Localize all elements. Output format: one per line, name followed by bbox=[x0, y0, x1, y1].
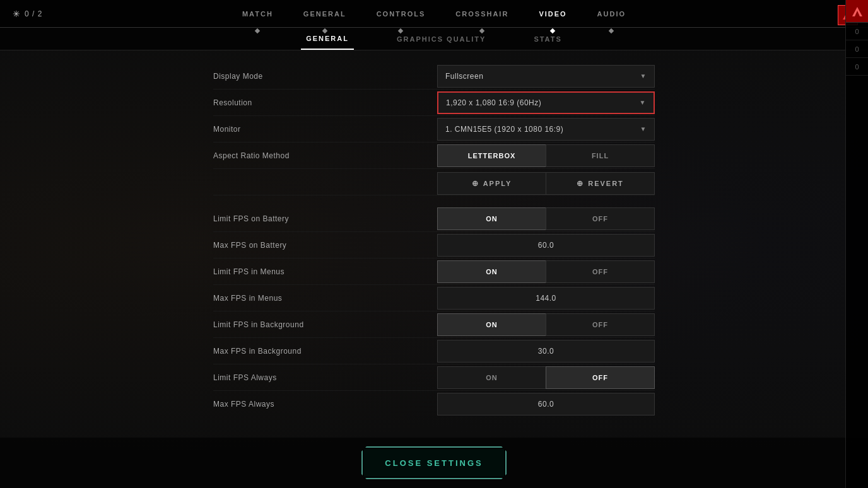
letterbox-button[interactable]: Letterbox bbox=[437, 144, 546, 167]
limit-fps-menus-off[interactable]: Off bbox=[546, 260, 655, 283]
apply-icon: ⊕ bbox=[472, 179, 479, 188]
subtab-stats[interactable]: STATS bbox=[529, 28, 566, 50]
max-fps-menus-control: 144.0 bbox=[437, 287, 655, 310]
limit-fps-battery-label: Limit FPS on Battery bbox=[213, 209, 437, 228]
max-fps-background-value[interactable]: 30.0 bbox=[437, 340, 655, 363]
top-nav: ✳ 0 / 2 MATCH GENERAL CONTROLS CROSSHAIR… bbox=[0, 0, 868, 28]
max-fps-always-row: Max FPS Always 60.0 bbox=[213, 391, 655, 417]
tab-general[interactable]: GENERAL bbox=[288, 0, 361, 28]
aspect-ratio-row: Aspect Ratio Method Letterbox Fill bbox=[213, 142, 655, 169]
dropdown-arrow-icon: ▼ bbox=[640, 125, 647, 132]
tab-video[interactable]: VIDEO bbox=[524, 0, 582, 28]
max-fps-background-row: Max FPS in Background 30.0 bbox=[213, 338, 655, 364]
max-fps-always-label: Max FPS Always bbox=[213, 395, 437, 414]
resolution-control: 1,920 x 1,080 16:9 (60Hz) ▼ bbox=[437, 91, 655, 114]
sub-nav: GENERAL GRAPHICS QUALITY STATS bbox=[0, 28, 868, 50]
tab-controls[interactable]: CONTROLS bbox=[361, 0, 441, 28]
revert-icon: ⊕ bbox=[577, 179, 584, 188]
agent-portrait[interactable] bbox=[846, 0, 869, 23]
stat-2: 0 bbox=[846, 58, 869, 76]
bottom-bar: CLOSE SETTINGS bbox=[0, 438, 868, 488]
resolution-row: Resolution 1,920 x 1,080 16:9 (60Hz) ▼ bbox=[213, 90, 655, 116]
tab-crosshair[interactable]: CROSSHAIR bbox=[440, 0, 524, 28]
display-mode-label: Display Mode bbox=[213, 67, 437, 86]
revert-button[interactable]: ⊕ REVERT bbox=[546, 172, 655, 195]
limit-fps-battery-off[interactable]: Off bbox=[546, 207, 655, 230]
monitor-row: Monitor 1. CMN15E5 (1920 x 1080 16:9) ▼ bbox=[213, 116, 655, 142]
apply-revert-control: ⊕ APPLY ⊕ REVERT bbox=[437, 170, 655, 195]
limit-fps-battery-control: On Off bbox=[437, 207, 655, 230]
limit-fps-bg-off[interactable]: Off bbox=[546, 313, 655, 336]
snowflake-icon: ✳ bbox=[13, 9, 21, 19]
limit-fps-background-control: On Off bbox=[437, 313, 655, 336]
agent-icon bbox=[850, 5, 864, 18]
limit-fps-background-label: Limit FPS in Background bbox=[213, 315, 437, 334]
aspect-ratio-toggle: Letterbox Fill bbox=[437, 144, 655, 167]
tab-match[interactable]: MATCH bbox=[227, 0, 288, 28]
limit-fps-always-label: Limit FPS Always bbox=[213, 368, 437, 387]
limit-fps-menus-control: On Off bbox=[437, 260, 655, 283]
limit-fps-always-control: On Off bbox=[437, 366, 655, 389]
limit-fps-always-off[interactable]: Off bbox=[546, 366, 655, 389]
limit-fps-bg-on[interactable]: On bbox=[437, 313, 546, 336]
display-mode-dropdown[interactable]: Fullscreen ▼ bbox=[437, 65, 655, 88]
svg-marker-2 bbox=[852, 7, 862, 16]
close-settings-button[interactable]: CLOSE SETTINGS bbox=[361, 446, 507, 479]
monitor-label: Monitor bbox=[213, 120, 437, 139]
monitor-dropdown[interactable]: 1. CMN15E5 (1920 x 1080 16:9) ▼ bbox=[437, 118, 655, 141]
display-mode-control: Fullscreen ▼ bbox=[437, 65, 655, 88]
max-fps-background-control: 30.0 bbox=[437, 340, 655, 363]
aspect-ratio-control: Letterbox Fill bbox=[437, 144, 655, 167]
apply-button[interactable]: ⊕ APPLY bbox=[437, 172, 546, 195]
limit-fps-battery-toggle: On Off bbox=[437, 207, 655, 230]
limit-fps-always-row: Limit FPS Always On Off bbox=[213, 364, 655, 391]
max-fps-menus-row: Max FPS in Menus 144.0 bbox=[213, 285, 655, 311]
aspect-ratio-label: Aspect Ratio Method bbox=[213, 146, 437, 165]
max-fps-menus-label: Max FPS in Menus bbox=[213, 289, 437, 308]
right-panel: 0 0 0 bbox=[845, 0, 868, 488]
resolution-dropdown[interactable]: 1,920 x 1,080 16:9 (60Hz) ▼ bbox=[437, 91, 655, 114]
max-fps-battery-value[interactable]: 60.0 bbox=[437, 234, 655, 257]
monitor-control: 1. CMN15E5 (1920 x 1080 16:9) ▼ bbox=[437, 118, 655, 141]
limit-fps-background-toggle: On Off bbox=[437, 313, 655, 336]
main-nav: MATCH GENERAL CONTROLS CROSSHAIR VIDEO A… bbox=[227, 0, 641, 28]
limit-fps-always-toggle: On Off bbox=[437, 366, 655, 389]
section-spacer bbox=[213, 195, 655, 206]
action-row: ⊕ APPLY ⊕ REVERT bbox=[437, 172, 655, 195]
limit-fps-battery-row: Limit FPS on Battery On Off bbox=[213, 206, 655, 232]
max-fps-battery-row: Max FPS on Battery 60.0 bbox=[213, 232, 655, 259]
apply-revert-spacer bbox=[213, 177, 437, 187]
stat-0: 0 bbox=[846, 23, 869, 40]
limit-fps-battery-on[interactable]: On bbox=[437, 207, 546, 230]
max-fps-background-label: Max FPS in Background bbox=[213, 342, 437, 361]
resolution-label: Resolution bbox=[213, 93, 437, 112]
dropdown-arrow-icon: ▼ bbox=[640, 73, 647, 79]
max-fps-always-value[interactable]: 60.0 bbox=[437, 393, 655, 415]
limit-fps-menus-row: Limit FPS in Menus On Off bbox=[213, 259, 655, 285]
settings-table: Display Mode Fullscreen ▼ Resolution 1,9… bbox=[213, 63, 655, 417]
stat-1: 0 bbox=[846, 40, 869, 58]
dropdown-arrow-icon: ▼ bbox=[640, 99, 646, 106]
page-wrapper: ✳ 0 / 2 MATCH GENERAL CONTROLS CROSSHAIR… bbox=[0, 0, 868, 488]
max-fps-menus-value[interactable]: 144.0 bbox=[437, 287, 655, 310]
limit-fps-background-row: Limit FPS in Background On Off bbox=[213, 311, 655, 338]
tab-audio[interactable]: AUDIO bbox=[582, 0, 641, 28]
fill-button[interactable]: Fill bbox=[546, 144, 655, 167]
limit-fps-menus-toggle: On Off bbox=[437, 260, 655, 283]
content-area: Display Mode Fullscreen ▼ Resolution 1,9… bbox=[0, 50, 868, 438]
limit-fps-always-on[interactable]: On bbox=[437, 366, 546, 389]
display-mode-row: Display Mode Fullscreen ▼ bbox=[213, 63, 655, 90]
max-fps-always-control: 60.0 bbox=[437, 393, 655, 415]
max-fps-battery-control: 60.0 bbox=[437, 234, 655, 257]
subtab-general[interactable]: GENERAL bbox=[301, 28, 354, 50]
limit-fps-menus-label: Limit FPS in Menus bbox=[213, 262, 437, 281]
subtab-graphics-quality[interactable]: GRAPHICS QUALITY bbox=[392, 28, 491, 50]
max-fps-battery-label: Max FPS on Battery bbox=[213, 236, 437, 255]
apply-revert-row: ⊕ APPLY ⊕ REVERT bbox=[213, 169, 655, 195]
score-display: ✳ 0 / 2 bbox=[13, 9, 42, 19]
score-value: 0 / 2 bbox=[25, 9, 42, 18]
limit-fps-menus-on[interactable]: On bbox=[437, 260, 546, 283]
